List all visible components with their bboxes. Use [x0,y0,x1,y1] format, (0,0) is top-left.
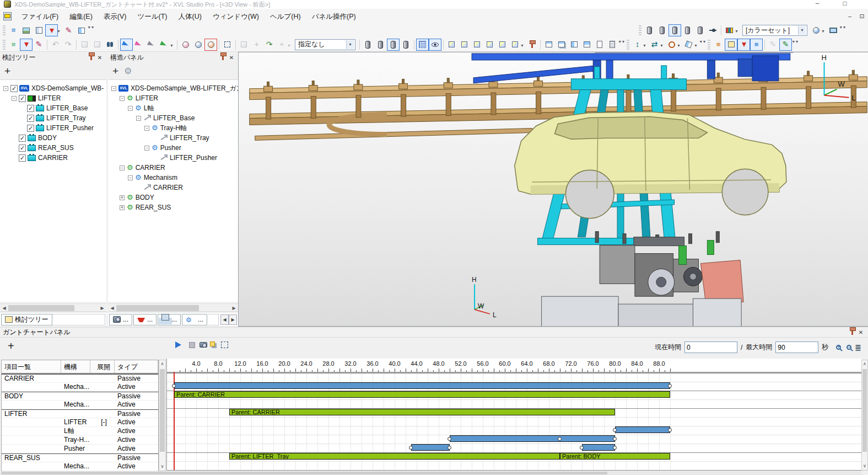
window-cascade-icon[interactable] [555,39,568,51]
collapse-icon[interactable]: - [120,96,125,101]
bar-handle[interactable] [448,446,451,450]
bar-handle[interactable] [172,384,176,388]
box-select-icon[interactable] [221,39,234,51]
bar-handle[interactable] [668,428,672,432]
toolbar-grip[interactable] [3,40,6,50]
gantt-table-row[interactable]: BODYPassive [2,392,158,401]
snapshot-icon[interactable] [200,342,207,348]
toolbar-grip[interactable] [708,40,710,50]
scroll-right-icon[interactable]: ▶ [98,306,106,311]
window-single-icon[interactable] [542,39,555,51]
nav-left-icon[interactable]: ◀ [220,314,229,325]
scroll-right-icon[interactable]: ▶ [230,306,238,311]
toolbar-grip[interactable] [627,40,629,50]
panel-list-icon[interactable]: ≡ [7,24,20,36]
column-header-1[interactable]: 項目一覧 [2,360,61,373]
play-icon[interactable] [175,341,185,348]
toolbar-overflow-icon[interactable]: ▾ ▾ [792,39,799,50]
view-right-icon[interactable] [483,39,496,51]
visibility-checkbox[interactable]: ✓ [19,95,26,102]
timer-icon[interactable]: ▼ [665,39,678,51]
gantt-table-row[interactable]: Mecha...Active [2,462,158,471]
measure-move-icon[interactable]: ⇄▼ [648,39,661,51]
material-sphere-icon[interactable]: ▼ [810,24,822,36]
export-image-icon[interactable] [593,39,606,51]
window-vtile-icon[interactable] [568,39,580,51]
process-tab[interactable]: ... [133,314,157,325]
rotate-icon[interactable]: ↷ [263,39,276,51]
toolbar-grip[interactable] [639,25,641,35]
gantt-table-row[interactable]: PusherActive [2,445,158,453]
3d-viewport[interactable]: H W L H W L [238,52,868,327]
menu-2[interactable]: 編集(E) [64,10,98,23]
bar-handle[interactable] [409,446,413,450]
constraint-combo[interactable]: 指定なし▼ [295,39,355,50]
view-hidden-icon[interactable] [387,39,400,51]
study-item-rear-sus[interactable]: ✓REAR_SUS [0,143,106,153]
note-gantt-icon[interactable]: ≡ [750,39,763,51]
pin-icon[interactable] [848,328,856,337]
section-icon[interactable]: ▼ [682,39,695,51]
hide-part-icon[interactable] [204,39,217,51]
maximize-button[interactable]: □ [838,0,852,8]
menu-1[interactable]: ファイル(F) [16,10,64,23]
gantt-chart-vscrollbar[interactable]: ∧ ∨ [861,360,868,471]
gantt-table-vscrollbar[interactable]: ∧ ∨ [159,360,166,471]
select-assembly-icon[interactable] [133,39,145,51]
view-front-icon[interactable] [445,39,458,51]
render-gray-icon[interactable] [681,24,694,36]
menu-4[interactable]: ツール(T) [132,10,172,23]
collapse-icon[interactable]: - [3,86,8,91]
perspective-icon[interactable] [429,39,441,51]
snap-icon[interactable]: ⌖▼ [276,39,288,51]
next-state-icon[interactable] [91,39,104,51]
window-htile-icon[interactable] [580,39,593,51]
show-only-icon[interactable] [192,39,204,51]
collapse-icon[interactable]: - [128,106,133,111]
minimize-button[interactable]: – [810,0,824,8]
child-restore-button[interactable]: ⊡ [856,13,868,20]
visibility-checkbox[interactable]: ✓ [19,154,26,162]
visibility-checkbox[interactable]: ✓ [27,105,34,112]
add-gantt-item-button[interactable]: + [8,340,14,353]
toolbar-overflow-icon[interactable]: ▾ ▾ [88,25,94,36]
chevron-down-icon[interactable]: ▼ [798,26,806,35]
tab-study-tree[interactable]: 検討ツリー [1,314,52,325]
mechanism-stamp-icon[interactable]: ⚙ [124,67,132,75]
study-item-lifter-tray[interactable]: ✓LIFTER_Tray [0,113,106,123]
select-process-icon[interactable]: ▼ [158,39,171,51]
structure-item-l-[interactable]: -⚙L軸 [108,103,238,113]
gantt-options-icon[interactable]: ≣ [855,344,861,351]
view-shaded-edge-icon[interactable] [374,39,387,51]
draw-line-icon[interactable]: ✎ [767,39,779,51]
collapse-icon[interactable]: - [144,146,149,151]
study-item-xds-demosample-wb-[interactable]: -✓XVLXDS-DemoSample_WB- [0,83,106,93]
structure-item-carrier[interactable]: -⚙CARRIER [108,163,238,173]
tile-panel-icon[interactable] [33,24,45,36]
view-shaded-icon[interactable] [362,39,374,51]
snapshot-panel-icon[interactable] [20,24,33,36]
gantt-table-row[interactable]: REAR_SUSPassive [2,453,158,462]
view-left-icon[interactable] [471,39,483,51]
render-shaded-icon[interactable] [643,24,656,36]
translate-icon[interactable]: + [250,39,263,51]
menu-5[interactable]: 人体(U) [173,10,207,23]
measure-distance-icon[interactable]: ↕▼ [631,39,644,51]
pin-view-icon[interactable] [526,39,538,51]
max-time-input[interactable] [775,341,818,353]
toolbar-grip[interactable] [3,25,6,35]
study-item-lifter-pusher[interactable]: ✓LIFTER_Pusher [0,123,106,133]
dual-view-icon[interactable] [75,24,88,36]
column-header-3[interactable]: 展開 [90,360,115,373]
expand-icon[interactable]: + [120,205,125,210]
add-study-button[interactable]: + [4,66,10,77]
gantt-bar-parent-carrier[interactable]: Parent: CARRIER [174,391,670,398]
scroll-left-icon[interactable]: ◀ [108,306,116,311]
gantt-bar-parent-lifter-tray[interactable]: Parent: LIFTER_Tray [229,453,560,460]
gantt-table-row[interactable]: LIFTER[-]Active [2,418,158,427]
export-animation-icon[interactable] [210,341,215,346]
bar-handle[interactable] [613,428,617,432]
bar-handle[interactable] [580,446,584,450]
bar-handle[interactable] [613,446,617,450]
structure-item-tray-h-[interactable]: -⚙Tray-H軸 [108,123,238,133]
